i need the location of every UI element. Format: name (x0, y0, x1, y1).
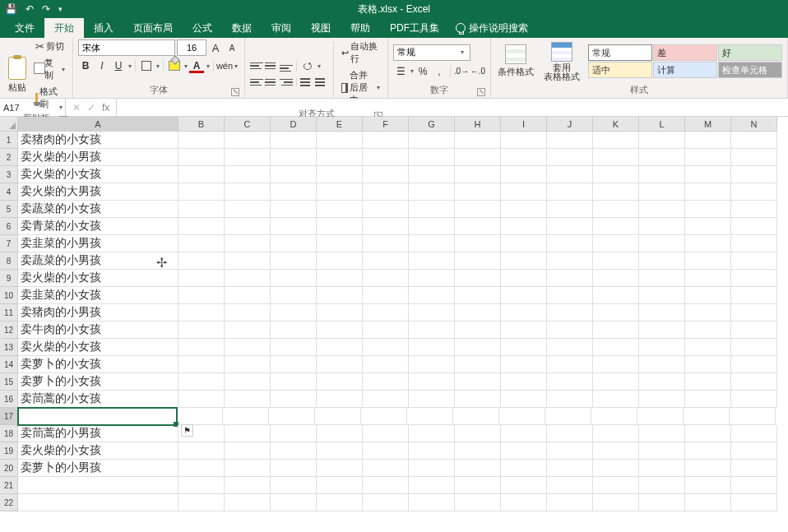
cell-K20[interactable] (593, 460, 639, 477)
col-header-L[interactable]: L (639, 117, 685, 132)
style-cell-5[interactable]: 检查单元格 (718, 62, 782, 78)
cell-G18[interactable] (409, 425, 455, 442)
cell-C3[interactable] (225, 166, 271, 183)
cell-M6[interactable] (685, 218, 731, 235)
col-header-B[interactable]: B (178, 117, 225, 132)
cell-I16[interactable] (501, 391, 547, 408)
cell-G22[interactable] (409, 494, 455, 511)
copy-button[interactable]: 复制▾ (33, 56, 68, 82)
cell-E9[interactable] (317, 270, 363, 287)
cell-H5[interactable] (455, 201, 501, 218)
cell-N5[interactable] (731, 201, 777, 218)
number-launcher-icon[interactable]: ⤡ (477, 88, 485, 96)
cell-J7[interactable] (547, 235, 593, 252)
cell-A18[interactable]: 卖茼蒿的小男孩 (18, 425, 178, 442)
cell-L20[interactable] (639, 460, 685, 477)
cell-G20[interactable] (409, 460, 455, 477)
formula-input[interactable] (117, 99, 788, 116)
cell-A2[interactable]: 卖火柴的小男孩 (18, 149, 178, 166)
cell-D21[interactable] (271, 477, 317, 494)
cell-E17[interactable] (315, 408, 361, 425)
cell-D15[interactable] (271, 373, 317, 391)
cell-J10[interactable] (547, 287, 593, 304)
cell-K9[interactable] (593, 270, 639, 287)
cell-G3[interactable] (409, 166, 455, 183)
increase-font-button[interactable]: A (208, 40, 223, 55)
col-header-M[interactable]: M (685, 117, 731, 132)
cell-C17[interactable] (223, 408, 269, 425)
cell-E10[interactable] (317, 287, 363, 304)
cell-B6[interactable] (178, 218, 225, 235)
cell-C7[interactable] (225, 235, 271, 252)
cell-I20[interactable] (501, 460, 547, 477)
cell-B20[interactable] (178, 460, 225, 477)
cell-I7[interactable] (501, 235, 547, 252)
cell-M15[interactable] (685, 373, 731, 391)
cell-N4[interactable] (731, 183, 777, 201)
tab-9[interactable]: PDF工具集 (380, 18, 449, 38)
cell-B2[interactable] (178, 149, 225, 166)
cell-I19[interactable] (501, 442, 547, 460)
italic-button[interactable]: I (95, 58, 109, 73)
cell-D16[interactable] (271, 391, 317, 408)
cell-K2[interactable] (593, 149, 639, 166)
cell-I5[interactable] (501, 201, 547, 218)
col-header-K[interactable]: K (593, 117, 639, 132)
cell-L8[interactable] (639, 252, 685, 270)
cell-I1[interactable] (501, 132, 547, 149)
cell-D10[interactable] (271, 287, 317, 304)
row-header-6[interactable]: 6 (0, 218, 18, 235)
cell-F16[interactable] (363, 391, 409, 408)
cell-G13[interactable] (409, 339, 455, 356)
cell-F11[interactable] (363, 304, 409, 322)
cell-C2[interactable] (225, 149, 271, 166)
cell-C11[interactable] (225, 304, 271, 322)
cell-styles-gallery[interactable]: 常规差好适中计算检查单元格 (588, 44, 782, 78)
cell-N13[interactable] (731, 339, 777, 356)
cell-H15[interactable] (455, 373, 501, 391)
cell-B21[interactable] (178, 477, 225, 494)
cell-L22[interactable] (639, 494, 685, 511)
cell-M21[interactable] (685, 477, 731, 494)
cell-L19[interactable] (639, 442, 685, 460)
cell-H1[interactable] (455, 132, 501, 149)
cell-H9[interactable] (455, 270, 501, 287)
cell-I13[interactable] (501, 339, 547, 356)
cell-K8[interactable] (593, 252, 639, 270)
row-header-7[interactable]: 7 (0, 235, 18, 252)
cell-J1[interactable] (547, 132, 593, 149)
accounting-format-button[interactable]: ☰ (393, 64, 408, 79)
cell-C22[interactable] (225, 494, 271, 511)
cell-B1[interactable] (178, 132, 225, 149)
cell-H16[interactable] (455, 391, 501, 408)
cell-G4[interactable] (409, 183, 455, 201)
cell-E20[interactable] (317, 460, 363, 477)
cell-D14[interactable] (271, 356, 317, 373)
cell-B4[interactable] (178, 183, 225, 201)
cell-D13[interactable] (271, 339, 317, 356)
cell-K1[interactable] (593, 132, 639, 149)
cell-G15[interactable] (409, 373, 455, 391)
col-header-J[interactable]: J (547, 117, 593, 132)
cell-I12[interactable] (501, 322, 547, 339)
cell-B22[interactable] (178, 494, 225, 511)
cell-A7[interactable]: 卖韭菜的小男孩 (18, 235, 178, 252)
cell-D1[interactable] (271, 132, 317, 149)
cell-C9[interactable] (225, 270, 271, 287)
tab-2[interactable]: 插入 (84, 18, 123, 38)
cell-I21[interactable] (501, 477, 547, 494)
cell-I14[interactable] (501, 356, 547, 373)
cell-L10[interactable] (639, 287, 685, 304)
cell-F15[interactable] (363, 373, 409, 391)
cell-I4[interactable] (501, 183, 547, 201)
save-icon[interactable]: 💾 (5, 3, 17, 15)
tab-4[interactable]: 公式 (183, 18, 222, 38)
cell-H17[interactable] (453, 408, 499, 425)
increase-indent-button[interactable] (315, 76, 328, 88)
cell-E16[interactable] (317, 391, 363, 408)
row-header-16[interactable]: 16 (0, 391, 18, 408)
cell-F1[interactable] (363, 132, 409, 149)
cell-A15[interactable]: 卖萝卜的小女孩 (18, 373, 178, 391)
col-header-A[interactable]: A (18, 117, 178, 132)
cell-G16[interactable] (409, 391, 455, 408)
